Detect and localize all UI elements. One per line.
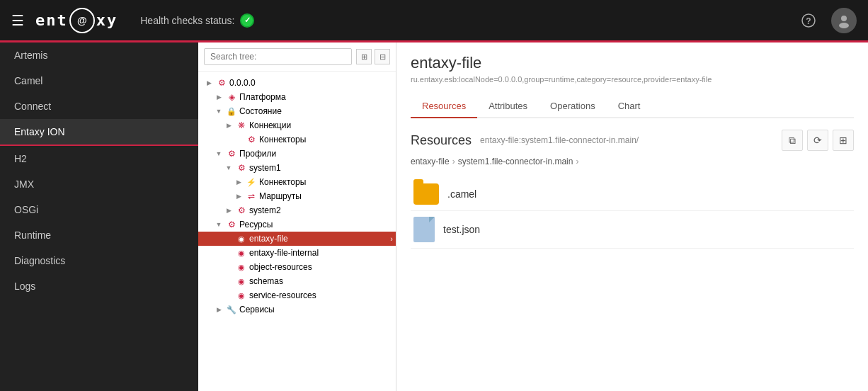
file-item-camel[interactable]: .camel xyxy=(411,178,854,211)
sidebar-item-diagnostics[interactable]: Diagnostics xyxy=(0,248,198,273)
sidebar-item-logs[interactable]: Logs xyxy=(0,273,198,299)
tree-expand-platform[interactable]: ▶ xyxy=(214,94,224,101)
system1-icon xyxy=(236,162,247,174)
entaxy-file-internal-icon xyxy=(236,247,247,259)
object-resources-label: object-resources xyxy=(249,262,312,272)
tree-expand-resources[interactable]: ▼ xyxy=(214,221,224,228)
file-item-testjson[interactable]: test.json xyxy=(411,211,854,249)
tree-search-icons: ⊞ ⊟ xyxy=(356,49,390,64)
topbar: ☰ ent @ xy Health checks status: ? xyxy=(0,0,868,42)
resources-header: Resources entaxy-file:system1.file-conne… xyxy=(411,130,854,151)
resources-path: entaxy-file:system1.file-connector-in.ma… xyxy=(480,135,639,145)
tab-chart[interactable]: Chart xyxy=(607,95,652,118)
tree-expand-state[interactable]: ▼ xyxy=(214,108,224,115)
schemas-icon xyxy=(236,276,247,287)
sidebar-item-connect[interactable]: Connect xyxy=(0,94,198,119)
tree-search-input[interactable] xyxy=(204,48,352,65)
sidebar-item-runtime[interactable]: Runtime xyxy=(0,222,198,248)
copy-button[interactable]: ⧉ xyxy=(782,130,803,151)
breadcrumb-sep2: › xyxy=(576,157,578,166)
tree-node-platform[interactable]: ▶ Платформа xyxy=(198,90,396,104)
tree-node-resources[interactable]: ▼ Ресурсы xyxy=(198,217,396,232)
file-icon-testjson xyxy=(413,217,435,242)
content-title: entaxy-file xyxy=(411,54,854,72)
sidebar-item-artemis[interactable]: Artemis xyxy=(0,42,198,68)
tree-node-connectors-s1[interactable]: ▶ Коннекторы xyxy=(198,175,396,189)
tree-expand-root[interactable]: ▶ xyxy=(204,79,214,86)
tree-expand-system2[interactable]: ▶ xyxy=(224,207,234,214)
system2-icon xyxy=(236,205,247,216)
resources-actions: ⧉ ⟳ ⊞ xyxy=(782,130,854,151)
sidebar-item-jmx[interactable]: JMX xyxy=(0,171,198,197)
content-panel: entaxy-file ru.entaxy.esb:localNode=0.0.… xyxy=(396,42,868,391)
tree-node-service-resources[interactable]: service-resources xyxy=(198,288,396,302)
entaxy-file-label: entaxy-file xyxy=(249,234,288,244)
logo-text-before: ent xyxy=(35,11,68,29)
sidebar-item-camel[interactable]: Camel xyxy=(0,68,198,94)
sidebar-item-osgi[interactable]: OSGi xyxy=(0,197,198,222)
tab-attributes[interactable]: Attributes xyxy=(477,95,539,118)
file-name-camel: .camel xyxy=(447,188,476,200)
tree-expand-system1[interactable]: ▼ xyxy=(224,164,234,171)
platform-label: Платформа xyxy=(239,92,286,102)
grid-button[interactable]: ⊞ xyxy=(833,130,854,151)
tree-node-object-resources[interactable]: object-resources xyxy=(198,260,396,274)
tree-node-connectors-top[interactable]: Коннекторы xyxy=(198,132,396,147)
tree-node-root[interactable]: ▶ 0.0.0.0 xyxy=(198,76,396,90)
services-label: Сервисы xyxy=(239,305,275,314)
tree-expand-connectors-s1[interactable]: ▶ xyxy=(234,178,244,186)
tree-expand-profiles[interactable]: ▼ xyxy=(214,150,224,157)
tree-node-routes[interactable]: ▶ Маршруты xyxy=(198,189,396,203)
tree-collapse-all-button[interactable]: ⊟ xyxy=(375,49,390,64)
tab-operations[interactable]: Operations xyxy=(539,95,607,118)
breadcrumb-part2[interactable]: system1.file-connector-in.main xyxy=(458,157,573,166)
svg-point-2 xyxy=(841,16,847,21)
entaxy-file-expand-arrow: › xyxy=(390,234,393,243)
file-name-testjson: test.json xyxy=(443,224,480,235)
root-label: 0.0.0.0 xyxy=(229,78,256,88)
tree-node-system2[interactable]: ▶ system2 xyxy=(198,203,396,217)
breadcrumb: entaxy-file › system1.file-connector-in.… xyxy=(411,157,854,166)
tab-resources[interactable]: Resources xyxy=(411,95,477,118)
logo: ent @ xy xyxy=(35,8,118,33)
tree-node-services[interactable]: ▶ Сервисы xyxy=(198,302,396,317)
svg-text:?: ? xyxy=(806,16,811,26)
state-icon xyxy=(226,106,237,117)
health-status: Health checks status: xyxy=(140,13,254,28)
svg-point-3 xyxy=(839,23,849,28)
object-resources-icon xyxy=(236,261,247,273)
tree-expand-routes[interactable]: ▶ xyxy=(234,193,244,200)
root-icon xyxy=(216,77,227,89)
tree-expand-all-button[interactable]: ⊞ xyxy=(356,49,372,64)
schemas-label: schemas xyxy=(249,276,283,286)
sidebar: Artemis Camel Connect Entaxy ION H2 JMX … xyxy=(0,42,198,391)
resources-icon xyxy=(226,219,237,230)
tree-node-system1[interactable]: ▼ system1 xyxy=(198,161,396,175)
logo-circle: @ xyxy=(69,8,95,33)
health-indicator xyxy=(240,13,254,28)
tree-node-entaxy-file-internal[interactable]: entaxy-file-internal xyxy=(198,246,396,260)
entaxy-file-internal-label: entaxy-file-internal xyxy=(249,248,319,258)
tree-expand-services[interactable]: ▶ xyxy=(214,306,224,313)
tree-node-schemas[interactable]: schemas xyxy=(198,274,396,288)
tree-node-state[interactable]: ▼ Состояние xyxy=(198,104,396,118)
help-button[interactable]: ? xyxy=(797,9,820,32)
tree-search-bar: ⊞ ⊟ xyxy=(198,42,396,72)
hamburger-menu[interactable]: ☰ xyxy=(11,12,24,29)
connectors-top-label: Коннекторы xyxy=(259,135,306,144)
user-avatar[interactable] xyxy=(831,8,857,33)
connectors-s1-icon xyxy=(246,176,257,188)
tree-node-profiles[interactable]: ▼ Профили xyxy=(198,147,396,161)
sidebar-item-h2[interactable]: H2 xyxy=(0,146,198,171)
main-layout: Artemis Camel Connect Entaxy ION H2 JMX … xyxy=(0,42,868,391)
refresh-button[interactable]: ⟳ xyxy=(807,130,828,151)
sidebar-item-entaxy-ion[interactable]: Entaxy ION xyxy=(0,119,198,146)
breadcrumb-part1[interactable]: entaxy-file xyxy=(411,157,450,166)
connections-label: Коннекции xyxy=(249,120,291,130)
routes-icon xyxy=(246,191,257,202)
tree-expand-connections[interactable]: ▶ xyxy=(224,122,234,129)
entaxy-file-icon: ◉ xyxy=(236,233,247,244)
tree-node-entaxy-file[interactable]: ◉ entaxy-file › xyxy=(198,232,396,246)
system2-label: system2 xyxy=(249,205,281,215)
tree-node-connections[interactable]: ▶ Коннекции xyxy=(198,118,396,132)
